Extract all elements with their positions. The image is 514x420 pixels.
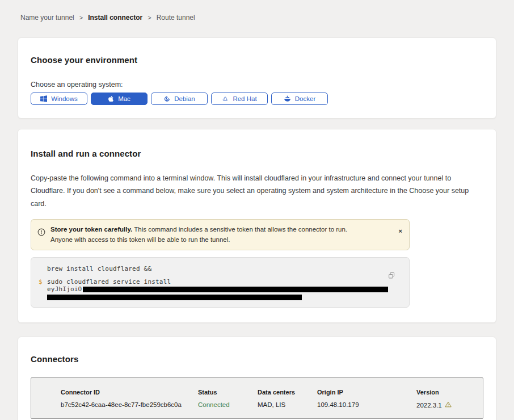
redacted-token-bar bbox=[83, 287, 388, 292]
os-button-label: Windows bbox=[51, 95, 78, 102]
os-button-label: Mac bbox=[118, 95, 130, 102]
code-line-sudo: $ sudo cloudflared service install eyJhI… bbox=[39, 278, 401, 293]
connector-id-value: b7c52c42-6caa-48ee-8c77-fbe259cb6c0a bbox=[61, 401, 198, 409]
os-button-group: Windows Mac Debian Red Hat bbox=[31, 93, 483, 105]
breadcrumb-step-name-tunnel[interactable]: Name your tunnel bbox=[20, 14, 74, 22]
shell-prompt: $ bbox=[39, 278, 47, 293]
version-number: 2022.3.1 bbox=[416, 402, 442, 409]
column-header-origin-ip: Origin IP bbox=[317, 389, 416, 396]
token-warning-bold: Store your token carefully. bbox=[50, 226, 132, 233]
os-button-label: Debian bbox=[174, 95, 195, 102]
connector-version-value: 2022.3.1 bbox=[416, 401, 477, 409]
column-header-version: Version bbox=[416, 389, 477, 396]
apple-icon bbox=[108, 95, 114, 102]
copy-command-button[interactable] bbox=[388, 272, 395, 281]
column-header-data-centers: Data centers bbox=[258, 389, 317, 396]
os-button-mac[interactable]: Mac bbox=[91, 93, 148, 105]
breadcrumb-separator: > bbox=[79, 14, 83, 21]
os-button-redhat[interactable]: Red Hat bbox=[211, 93, 268, 105]
os-button-label: Red Hat bbox=[233, 95, 256, 102]
token-warning-text: Store your token carefully. This command… bbox=[50, 225, 365, 245]
card-title: Install and run a connector bbox=[31, 149, 483, 158]
connectors-table: Connector ID Status Data centers Origin … bbox=[31, 377, 483, 419]
os-select-label: Choose an operating system: bbox=[31, 81, 483, 89]
column-header-connector-id: Connector ID bbox=[61, 389, 198, 396]
code-command-text: sudo cloudflared service install eyJhIjo… bbox=[47, 278, 388, 293]
redhat-icon bbox=[222, 95, 229, 103]
breadcrumb: Name your tunnel > Install connector > R… bbox=[20, 0, 496, 22]
breadcrumb-step-route-tunnel[interactable]: Route tunnel bbox=[157, 14, 195, 22]
windows-icon bbox=[40, 95, 47, 102]
os-button-docker[interactable]: Docker bbox=[271, 93, 328, 105]
docker-icon bbox=[284, 95, 291, 102]
breadcrumb-separator: > bbox=[148, 14, 151, 21]
redacted-token-bar-2 bbox=[47, 295, 302, 300]
install-command-codeblock: brew install cloudflared && $ sudo cloud… bbox=[31, 257, 410, 308]
os-button-label: Docker bbox=[295, 95, 315, 102]
connector-description: Copy-paste the following command into a … bbox=[31, 172, 482, 210]
debian-icon bbox=[163, 95, 170, 102]
os-button-windows[interactable]: Windows bbox=[31, 93, 87, 105]
connectors-card: Connectors Connector ID Status Data cent… bbox=[18, 337, 496, 420]
code-line-brew: brew install cloudflared && bbox=[47, 265, 401, 272]
token-prefix: eyJhIjoiO bbox=[47, 285, 82, 293]
os-button-debian[interactable]: Debian bbox=[151, 93, 208, 105]
connector-status-value: Connected bbox=[198, 401, 258, 409]
connector-origin-ip-value: 109.48.10.179 bbox=[317, 401, 416, 409]
choose-environment-card: Choose your environment Choose an operat… bbox=[18, 37, 496, 119]
column-header-status: Status bbox=[198, 389, 258, 396]
card-title: Connectors bbox=[31, 354, 483, 364]
token-warning-banner: Store your token carefully. This command… bbox=[31, 219, 410, 251]
breadcrumb-step-install-connector[interactable]: Install connector bbox=[88, 14, 142, 22]
banner-close-button[interactable]: × bbox=[399, 228, 402, 234]
code-command: sudo cloudflared service install bbox=[47, 278, 171, 285]
tunnel-setup-page: Name your tunnel > Install connector > R… bbox=[0, 0, 514, 420]
connector-data-centers-value: MAD, LIS bbox=[258, 401, 317, 409]
alert-circle-icon bbox=[37, 228, 45, 240]
version-warning-icon bbox=[445, 401, 452, 409]
install-connector-card: Install and run a connector Copy-paste t… bbox=[18, 129, 496, 323]
card-title: Choose your environment bbox=[31, 55, 483, 65]
